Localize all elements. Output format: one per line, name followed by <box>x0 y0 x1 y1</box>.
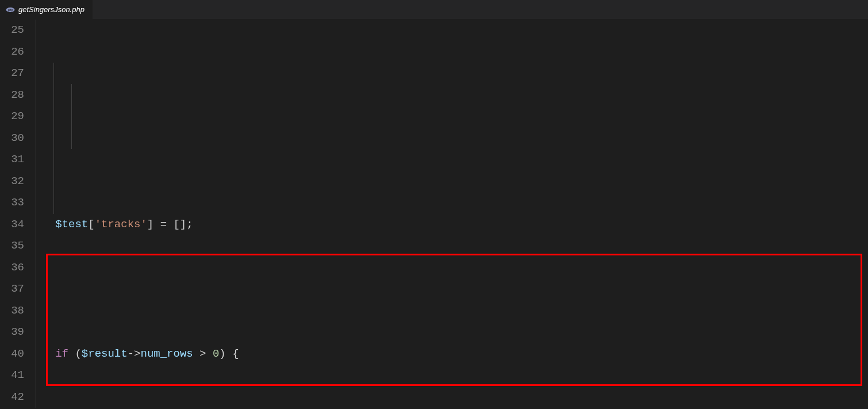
line-number: 25 <box>0 20 24 41</box>
code-line: if ($result->num_rows > 0) { <box>36 343 868 365</box>
line-number: 30 <box>0 128 24 150</box>
svg-text:php: php <box>7 8 13 11</box>
line-number: 41 <box>0 365 24 387</box>
line-number: 38 <box>0 300 24 322</box>
line-number: 28 <box>0 85 24 106</box>
line-number: 36 <box>0 257 24 279</box>
line-number: 29 <box>0 106 24 128</box>
code-line: $test['tracks'] = []; <box>36 214 868 236</box>
indent-guide <box>71 84 72 149</box>
line-number-gutter: 25 26 27 28 29 30 31 32 33 34 35 36 37 3… <box>0 20 36 409</box>
line-number: 33 <box>0 192 24 214</box>
php-icon: php <box>6 5 15 14</box>
code-content[interactable]: $test['tracks'] = []; if ($result->num_r… <box>36 20 868 409</box>
indent-guide <box>53 63 54 214</box>
tab-getsingersjson[interactable]: php getSingersJson.php <box>0 0 93 19</box>
line-number: 31 <box>0 149 24 171</box>
code-line <box>36 278 868 300</box>
line-number: 37 <box>0 278 24 300</box>
highlight-rectangle <box>46 254 862 386</box>
line-number: 42 <box>0 387 24 408</box>
line-number: 35 <box>0 235 24 257</box>
line-number: 32 <box>0 171 24 193</box>
line-number: 26 <box>0 41 24 63</box>
indent-guide <box>36 20 36 408</box>
line-number: 40 <box>0 343 24 365</box>
line-number: 34 <box>0 214 24 236</box>
line-number: 39 <box>0 322 24 343</box>
line-number: 27 <box>0 63 24 85</box>
code-editor[interactable]: 25 26 27 28 29 30 31 32 33 34 35 36 37 3… <box>0 20 868 409</box>
tab-bar: php getSingersJson.php <box>0 0 868 20</box>
tab-filename: getSingersJson.php <box>18 5 85 14</box>
